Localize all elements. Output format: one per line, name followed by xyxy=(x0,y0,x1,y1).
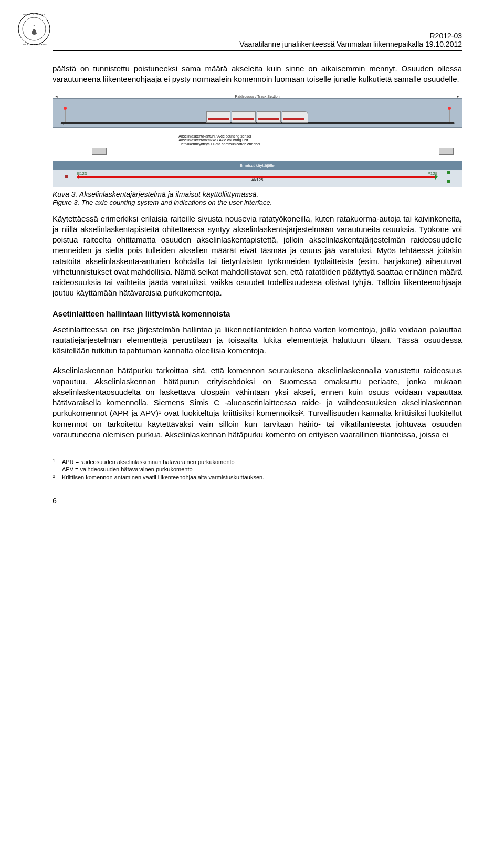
track-section-label: Raideosuus / Track Section xyxy=(235,94,279,98)
footnote-2: Kriittisen komennon antaminen vaatii lii… xyxy=(62,474,264,481)
ak-label: Ak125 xyxy=(251,177,264,182)
green-square-icon-1 xyxy=(447,171,450,174)
svg-text:TUTKINTAKESKUS: TUTKINTAKESKUS xyxy=(21,43,47,46)
green-tip-icon xyxy=(435,174,440,180)
connection-line xyxy=(109,151,437,151)
unit-label: Akselinlaskentayksikkö / Axle counting u… xyxy=(178,138,454,142)
red-arrow xyxy=(77,176,437,178)
document-title: Vaaratilanne junaliikenteessä Vammalan l… xyxy=(52,40,462,51)
unit-box-left xyxy=(92,148,107,155)
channel-label: Tietoliikenneyhteys / Data communication… xyxy=(178,142,454,146)
page-header: ONNETTOMUUS TUTKINTAKESKUS R2012-03 Vaar… xyxy=(52,31,462,51)
paragraph-2: Käytettäessä erimerkiksi erilaisia raite… xyxy=(52,214,462,299)
bottom-indicator: E123 Ak125 P129 xyxy=(52,170,462,187)
page: ONNETTOMUUS TUTKINTAKESKUS R2012-03 Vaar… xyxy=(0,0,504,526)
signal-right-label: Opastin xyxy=(445,122,454,125)
diagram: ◄ Raideosuus / Track Section ► Opastin xyxy=(52,94,462,187)
paragraph-3: Asetinlaitteessa on itse järjestelmän ha… xyxy=(52,324,462,356)
sensor-label: Akselinlaskenta-anturi / Axle counting s… xyxy=(178,134,454,139)
document-id: R2012-03 xyxy=(52,31,462,40)
section-heading: Asetinlaitteen hallintaan liittyvistä ko… xyxy=(52,309,462,318)
mid-block: Akselinlaskenta-anturi / Axle counting s… xyxy=(52,128,462,158)
figure-3: ◄ Raideosuus / Track Section ► Opastin xyxy=(52,94,462,187)
train xyxy=(206,111,308,123)
figure-caption-en: Figure 3. The axle counting system and i… xyxy=(52,198,462,206)
green-square-icon-2 xyxy=(447,180,450,183)
locomotive xyxy=(282,111,308,123)
notice-bar: Ilmaisut käyttäjälle xyxy=(52,161,462,170)
paragraph-4: Akselinlaskennan hätäpurku tarkoittaa si… xyxy=(52,365,462,440)
track-section-arrow-left: ◄ xyxy=(55,94,58,98)
unit-row xyxy=(92,148,454,155)
footnote-separator xyxy=(52,456,158,456)
agency-logo: ONNETTOMUUS TUTKINTAKESKUS xyxy=(16,10,52,47)
track-section-arrow-right: ► xyxy=(456,94,460,98)
passenger-car-3 xyxy=(257,111,281,123)
track-area: Opastin Opastin xyxy=(52,98,462,128)
footnote-1b: APV = vaihdeosuuden hätävarainen purkuko… xyxy=(62,466,193,473)
paragraph-1: päästä on tunnistettu poistuneeksi sama … xyxy=(52,64,462,85)
footnotes: 1APR = raideosuuden akselinlaskennan hät… xyxy=(52,458,462,481)
figure-caption-fi: Kuva 3. Akselinlaskentajärjestelmä ja il… xyxy=(52,190,462,198)
signal-right: Opastin xyxy=(445,107,454,125)
footnote-1a: APR = raideosuuden akselinlaskennan hätä… xyxy=(62,458,235,466)
passenger-car-2 xyxy=(232,111,256,123)
page-number: 6 xyxy=(52,497,462,505)
passenger-car-1 xyxy=(206,111,230,123)
svg-text:ONNETTOMUUS: ONNETTOMUUS xyxy=(23,13,45,16)
e-square-icon xyxy=(65,175,68,178)
unit-box-right xyxy=(439,148,454,155)
